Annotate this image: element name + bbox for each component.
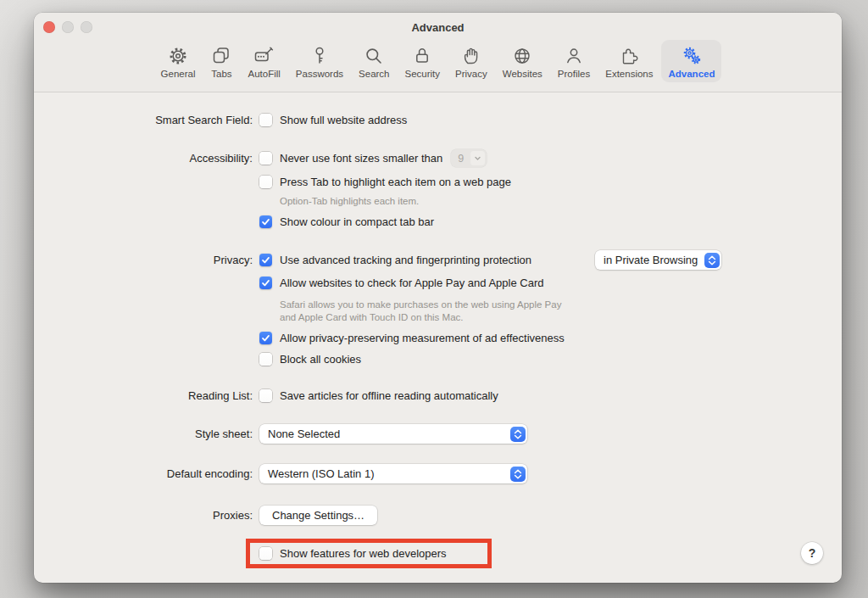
toolbar-item-label: Advanced — [668, 69, 715, 79]
checkmark-icon — [260, 254, 271, 265]
press-tab-caption: Option-Tab highlights each item. — [280, 195, 419, 208]
select-value: None Selected — [268, 428, 340, 440]
default-encoding-select[interactable]: Western (ISO Latin 1) — [259, 464, 527, 483]
toolbar-item-privacy[interactable]: Privacy — [448, 40, 494, 82]
change-settings-button[interactable]: Change Settings… — [259, 506, 377, 525]
toolbar-item-profiles[interactable]: Profiles — [551, 40, 597, 82]
toolbar-item-label: Search — [359, 69, 389, 79]
toolbar-item-label: Security — [405, 69, 441, 79]
row-privacy-tracking: Privacy: Use advanced tracking and finge… — [34, 253, 531, 267]
toolbar-item-label: Tabs — [211, 69, 231, 79]
checkbox-label: Allow privacy-preserving measurement of … — [280, 332, 565, 344]
checkbox-block-all-cookies[interactable] — [259, 353, 272, 366]
proxies-label: Proxies: — [34, 509, 253, 522]
gear-icon — [167, 45, 189, 67]
row-reading-list: Reading List: Save articles for offline … — [34, 388, 498, 403]
checkbox-advanced-tracking-protection[interactable] — [259, 254, 272, 266]
toolbar-item-label: Websites — [503, 69, 542, 79]
checkbox-save-articles-offline[interactable] — [259, 389, 272, 402]
window-titlebar: Advanced General — [34, 13, 842, 92]
preferences-window: Advanced General — [34, 13, 842, 583]
reading-list-label: Reading List: — [34, 389, 253, 402]
toolbar-item-passwords[interactable]: Passwords — [289, 40, 350, 82]
toolbar-item-websites[interactable]: Websites — [496, 40, 549, 82]
privacy-label: Privacy: — [34, 254, 253, 266]
checkbox-show-full-website-address[interactable] — [259, 114, 272, 126]
gears-icon — [681, 45, 703, 67]
select-value: Western (ISO Latin 1) — [268, 467, 374, 480]
checkbox-show-features-web-developers[interactable] — [259, 547, 272, 560]
checkbox-ad-measurement[interactable] — [259, 332, 272, 344]
row-smart-search-field: Smart Search Field: Show full website ad… — [34, 113, 407, 127]
checkbox-never-use-font-sizes[interactable] — [259, 152, 272, 165]
font-size-select[interactable]: 9 — [451, 149, 487, 167]
checkmark-icon — [260, 333, 271, 344]
toolbar-item-label: Extensions — [605, 69, 653, 79]
checkbox-label: Show full website address — [280, 114, 407, 126]
toolbar-item-label: Passwords — [296, 69, 343, 79]
row-block-cookies: Block all cookies — [259, 352, 361, 366]
chevron-down-icon — [470, 151, 485, 165]
up-down-chevrons-icon — [510, 467, 526, 482]
row-apple-pay: Allow websites to check for Apple Pay an… — [259, 276, 543, 290]
key-icon — [309, 45, 331, 67]
checkbox-label: Use advanced tracking and fingerprinting… — [280, 254, 531, 266]
toolbar-item-label: Profiles — [558, 69, 590, 79]
puzzle-icon — [618, 45, 640, 67]
checkbox-label: Press Tab to highlight each item on a we… — [280, 176, 511, 188]
accessibility-label: Accessibility: — [34, 152, 253, 165]
row-proxies: Proxies: Change Settings… — [34, 506, 377, 525]
font-size-value: 9 — [451, 153, 470, 165]
apple-pay-caption-line2: and Apple Card with Touch ID on this Mac… — [280, 311, 561, 324]
checkbox-label: Show features for web developers — [280, 547, 447, 560]
apple-pay-caption-line1: Safari allows you to make purchases on t… — [280, 299, 561, 311]
toolbar-item-security[interactable]: Security — [398, 40, 448, 82]
row-press-tab: Press Tab to highlight each item on a we… — [259, 175, 511, 189]
toolbar-item-label: AutoFill — [248, 69, 280, 79]
style-sheet-label: Style sheet: — [34, 428, 253, 440]
toolbar-item-label: Privacy — [455, 69, 487, 79]
toolbar-item-extensions[interactable]: Extensions — [598, 40, 659, 82]
toolbar-item-label: General — [161, 69, 196, 79]
toolbar-item-autofill[interactable]: AutoFill — [241, 40, 287, 82]
hand-icon — [460, 45, 482, 67]
checkbox-label: Save articles for offline reading automa… — [280, 389, 498, 402]
help-button[interactable]: ? — [801, 542, 823, 564]
advanced-settings-pane: Smart Search Field: Show full website ad… — [34, 92, 842, 583]
checkbox-show-colour-compact-tab-bar[interactable] — [259, 215, 272, 228]
style-sheet-select[interactable]: None Selected — [259, 424, 527, 444]
apple-pay-caption: Safari allows you to make purchases on t… — [280, 299, 561, 324]
checkmark-icon — [260, 277, 271, 288]
toolbar-item-search[interactable]: Search — [352, 40, 396, 82]
tracking-protection-select[interactable]: in Private Browsing — [595, 250, 721, 270]
up-down-chevrons-icon — [510, 427, 526, 442]
red-highlight-box: Show features for web developers — [246, 539, 492, 568]
row-accessibility-font-size: Accessibility: Never use font sizes smal… — [34, 151, 487, 165]
row-ad-measurement: Allow privacy-preserving measurement of … — [259, 331, 565, 345]
tabs-icon — [210, 45, 232, 67]
checkbox-label: Block all cookies — [280, 353, 361, 366]
magnifier-icon — [363, 45, 385, 67]
lock-icon — [411, 45, 433, 67]
checkbox-label: Never use font sizes smaller than — [280, 152, 442, 165]
checkbox-label: Show colour in compact tab bar — [280, 215, 434, 228]
row-default-encoding: Default encoding: Western (ISO Latin 1) — [34, 464, 527, 483]
up-down-chevrons-icon — [704, 253, 720, 268]
toolbar-item-tabs[interactable]: Tabs — [203, 40, 239, 82]
toolbar-item-general[interactable]: General — [154, 40, 203, 82]
checkbox-apple-pay[interactable] — [259, 277, 272, 289]
window-title: Advanced — [34, 21, 842, 34]
default-encoding-label: Default encoding: — [34, 467, 253, 480]
toolbar-item-advanced[interactable]: Advanced — [661, 40, 721, 82]
checkbox-label: Allow websites to check for Apple Pay an… — [280, 277, 543, 289]
smart-search-field-label: Smart Search Field: — [34, 114, 253, 126]
globe-icon — [511, 45, 533, 67]
checkmark-icon — [260, 216, 271, 227]
autofill-icon — [253, 45, 275, 67]
preferences-toolbar: General Tabs — [34, 40, 842, 82]
row-style-sheet: Style sheet: None Selected — [34, 424, 527, 444]
select-value: in Private Browsing — [604, 254, 698, 266]
checkbox-press-tab-highlight[interactable] — [259, 176, 272, 188]
row-show-colour: Show colour in compact tab bar — [259, 215, 434, 229]
person-icon — [563, 45, 585, 67]
